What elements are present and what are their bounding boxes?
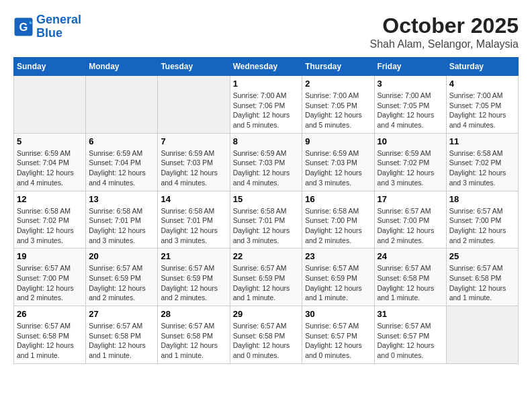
day-number: 10 [378, 136, 443, 146]
day-info: Sunrise: 6:58 AMSunset: 7:00 PMDaylight:… [305, 206, 371, 246]
calendar-week-2: 5Sunrise: 6:59 AMSunset: 7:04 PMDaylight… [14, 133, 519, 191]
day-number: 6 [89, 136, 154, 146]
logo-text: General Blue [36, 13, 81, 40]
day-number: 23 [305, 251, 371, 261]
day-number: 8 [233, 136, 300, 146]
day-number: 31 [378, 309, 443, 319]
day-number: 16 [305, 194, 371, 204]
day-number: 30 [305, 309, 371, 319]
day-info: Sunrise: 6:59 AMSunset: 7:04 PMDaylight:… [89, 148, 154, 188]
day-number: 9 [305, 136, 371, 146]
calendar-cell [86, 76, 158, 134]
calendar-cell: 18Sunrise: 6:57 AMSunset: 7:00 PMDayligh… [446, 191, 518, 248]
title-block: October 2025 Shah Alam, Selangor, Malays… [370, 13, 519, 50]
day-number: 3 [378, 79, 443, 89]
logo-line1: General [36, 13, 81, 26]
day-info: Sunrise: 6:57 AMSunset: 6:59 PMDaylight:… [89, 263, 154, 303]
day-number: 26 [17, 309, 83, 319]
day-number: 14 [161, 194, 226, 204]
calendar-week-1: 1Sunrise: 7:00 AMSunset: 7:06 PMDaylight… [14, 76, 519, 134]
weekday-header-monday: Monday [86, 58, 158, 76]
day-number: 24 [378, 251, 443, 261]
svg-text:G: G [19, 21, 28, 33]
day-info: Sunrise: 6:57 AMSunset: 7:00 PMDaylight:… [378, 206, 443, 246]
weekday-header-tuesday: Tuesday [158, 58, 230, 76]
calendar-body: 1Sunrise: 7:00 AMSunset: 7:06 PMDaylight… [14, 76, 519, 364]
day-info: Sunrise: 6:57 AMSunset: 6:58 PMDaylight:… [89, 321, 154, 361]
weekday-header-sunday: Sunday [14, 58, 86, 76]
day-number: 7 [161, 136, 226, 146]
day-info: Sunrise: 6:58 AMSunset: 7:02 PMDaylight:… [449, 148, 515, 188]
calendar-cell: 23Sunrise: 6:57 AMSunset: 6:59 PMDayligh… [302, 248, 374, 306]
weekday-header-row: SundayMondayTuesdayWednesdayThursdayFrid… [14, 58, 519, 76]
calendar-cell [14, 76, 86, 134]
calendar-cell: 22Sunrise: 6:57 AMSunset: 6:59 PMDayligh… [230, 248, 302, 306]
day-info: Sunrise: 6:57 AMSunset: 7:00 PMDaylight:… [449, 206, 515, 246]
calendar-cell: 29Sunrise: 6:57 AMSunset: 6:58 PMDayligh… [230, 306, 302, 364]
calendar-cell: 13Sunrise: 6:58 AMSunset: 7:01 PMDayligh… [86, 191, 158, 248]
day-info: Sunrise: 6:57 AMSunset: 6:58 PMDaylight:… [17, 321, 83, 361]
calendar-cell: 3Sunrise: 7:00 AMSunset: 7:05 PMDaylight… [374, 76, 446, 134]
calendar-cell: 11Sunrise: 6:58 AMSunset: 7:02 PMDayligh… [446, 133, 518, 191]
calendar-cell [158, 76, 230, 134]
calendar-cell: 2Sunrise: 7:00 AMSunset: 7:05 PMDaylight… [302, 76, 374, 134]
calendar-cell: 4Sunrise: 7:00 AMSunset: 7:05 PMDaylight… [446, 76, 518, 134]
calendar-cell: 31Sunrise: 6:57 AMSunset: 6:57 PMDayligh… [374, 306, 446, 364]
calendar-cell: 10Sunrise: 6:59 AMSunset: 7:02 PMDayligh… [374, 133, 446, 191]
day-number: 25 [449, 251, 515, 261]
day-info: Sunrise: 7:00 AMSunset: 7:05 PMDaylight:… [378, 91, 443, 130]
day-number: 11 [449, 136, 515, 146]
calendar-week-5: 26Sunrise: 6:57 AMSunset: 6:58 PMDayligh… [14, 306, 519, 364]
day-number: 15 [233, 194, 300, 204]
weekday-header-wednesday: Wednesday [230, 58, 302, 76]
day-info: Sunrise: 6:57 AMSunset: 6:58 PMDaylight:… [161, 321, 226, 361]
logo-line2: Blue [36, 26, 62, 40]
day-number: 18 [449, 194, 515, 204]
day-info: Sunrise: 6:59 AMSunset: 7:04 PMDaylight:… [17, 148, 83, 188]
day-number: 28 [161, 309, 226, 319]
calendar-week-3: 12Sunrise: 6:58 AMSunset: 7:02 PMDayligh… [14, 191, 519, 248]
calendar-cell: 16Sunrise: 6:58 AMSunset: 7:00 PMDayligh… [302, 191, 374, 248]
day-number: 20 [89, 251, 154, 261]
day-info: Sunrise: 6:57 AMSunset: 6:58 PMDaylight:… [378, 263, 443, 303]
day-info: Sunrise: 6:57 AMSunset: 6:58 PMDaylight:… [233, 321, 300, 361]
calendar-cell: 8Sunrise: 6:59 AMSunset: 7:03 PMDaylight… [230, 133, 302, 191]
day-info: Sunrise: 6:57 AMSunset: 6:58 PMDaylight:… [449, 263, 515, 303]
calendar-cell: 5Sunrise: 6:59 AMSunset: 7:04 PMDaylight… [14, 133, 86, 191]
calendar-cell: 20Sunrise: 6:57 AMSunset: 6:59 PMDayligh… [86, 248, 158, 306]
weekday-header-friday: Friday [374, 58, 446, 76]
day-number: 1 [233, 79, 300, 89]
calendar-cell: 26Sunrise: 6:57 AMSunset: 6:58 PMDayligh… [14, 306, 86, 364]
calendar-cell: 27Sunrise: 6:57 AMSunset: 6:58 PMDayligh… [86, 306, 158, 364]
calendar-cell: 24Sunrise: 6:57 AMSunset: 6:58 PMDayligh… [374, 248, 446, 306]
day-info: Sunrise: 6:59 AMSunset: 7:03 PMDaylight:… [161, 148, 226, 188]
calendar-cell: 19Sunrise: 6:57 AMSunset: 7:00 PMDayligh… [14, 248, 86, 306]
day-info: Sunrise: 7:00 AMSunset: 7:05 PMDaylight:… [305, 91, 371, 130]
day-number: 5 [17, 136, 83, 146]
calendar-cell: 1Sunrise: 7:00 AMSunset: 7:06 PMDaylight… [230, 76, 302, 134]
day-number: 12 [17, 194, 83, 204]
day-info: Sunrise: 6:58 AMSunset: 7:01 PMDaylight:… [233, 206, 300, 246]
day-info: Sunrise: 6:58 AMSunset: 7:01 PMDaylight:… [161, 206, 226, 246]
logo-icon: G [13, 17, 34, 37]
day-info: Sunrise: 6:58 AMSunset: 7:02 PMDaylight:… [17, 206, 83, 246]
calendar-cell: 9Sunrise: 6:59 AMSunset: 7:03 PMDaylight… [302, 133, 374, 191]
weekday-header-thursday: Thursday [302, 58, 374, 76]
day-info: Sunrise: 6:57 AMSunset: 6:57 PMDaylight:… [378, 321, 443, 361]
day-number: 21 [161, 251, 226, 261]
day-info: Sunrise: 6:59 AMSunset: 7:03 PMDaylight:… [233, 148, 300, 188]
day-number: 27 [89, 309, 154, 319]
calendar-cell: 28Sunrise: 6:57 AMSunset: 6:58 PMDayligh… [158, 306, 230, 364]
calendar-cell: 7Sunrise: 6:59 AMSunset: 7:03 PMDaylight… [158, 133, 230, 191]
calendar-cell: 15Sunrise: 6:58 AMSunset: 7:01 PMDayligh… [230, 191, 302, 248]
logo: G General Blue [13, 13, 81, 40]
calendar-week-4: 19Sunrise: 6:57 AMSunset: 7:00 PMDayligh… [14, 248, 519, 306]
page-subtitle: Shah Alam, Selangor, Malaysia [370, 38, 519, 50]
day-info: Sunrise: 6:57 AMSunset: 6:57 PMDaylight:… [305, 321, 371, 361]
calendar-cell: 12Sunrise: 6:58 AMSunset: 7:02 PMDayligh… [14, 191, 86, 248]
day-number: 4 [449, 79, 515, 89]
day-number: 29 [233, 309, 300, 319]
page-header: G General Blue October 2025 Shah Alam, S… [13, 13, 519, 50]
calendar-cell: 17Sunrise: 6:57 AMSunset: 7:00 PMDayligh… [374, 191, 446, 248]
day-number: 22 [233, 251, 300, 261]
